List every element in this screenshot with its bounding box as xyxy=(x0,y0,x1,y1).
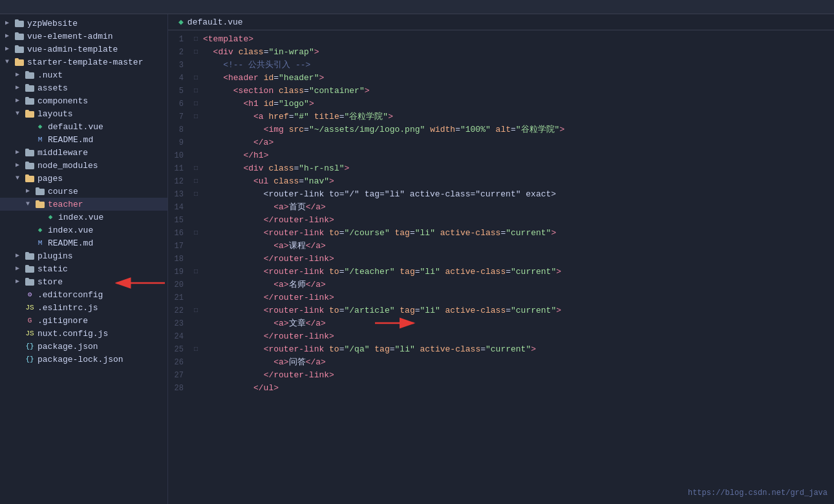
line-fold-indicator[interactable]: □ xyxy=(191,72,200,85)
code-line-25: 25□ <router-link to="/qa" tag="li" activ… xyxy=(168,343,834,356)
sidebar-item-label: package-lock.json xyxy=(37,355,123,364)
folder-icon xyxy=(25,96,35,106)
sidebar-item-vue-admin-template[interactable]: ▶ vue-admin-template xyxy=(0,43,167,56)
sidebar-item-course[interactable]: ▶ course xyxy=(0,185,167,198)
line-number: 4 xyxy=(168,72,191,85)
line-number: 17 xyxy=(168,240,191,253)
sidebar-item-.eslintrc.js[interactable]: JS.eslintrc.js xyxy=(0,301,167,314)
code-area[interactable]: 1□<template>2□ <div class="in-wrap">3 <!… xyxy=(168,30,834,504)
sidebar-item-label: pages xyxy=(37,174,63,184)
line-fold-indicator[interactable]: □ xyxy=(191,175,200,188)
line-number: 16 xyxy=(168,227,191,240)
sidebar-item-teacher[interactable]: ▼ teacher xyxy=(0,198,167,211)
line-fold-indicator[interactable]: □ xyxy=(191,266,200,278)
file-icon: ◆ xyxy=(35,121,45,132)
line-content: <router-link to="/course" tag="li" activ… xyxy=(200,227,556,240)
line-content: <router-link to="/qa" tag="li" active-cl… xyxy=(200,343,536,356)
line-content: <a>课程</a> xyxy=(200,240,326,253)
sidebar-item-pages[interactable]: ▼ pages xyxy=(0,172,167,185)
line-number: 6 xyxy=(168,98,191,110)
code-line-20: 20 <a>名师</a> xyxy=(168,278,834,291)
code-line-28: 28 </ul> xyxy=(168,382,834,395)
sidebar-item-README.md-pages[interactable]: MREADME.md xyxy=(0,236,167,249)
sidebar-item-label: default.vue xyxy=(48,122,103,132)
code-line-5: 5□ <section class="container"> xyxy=(168,85,834,98)
sidebar-item-vue-element-admin[interactable]: ▶ vue-element-admin xyxy=(0,30,167,43)
sidebar-item-plugins[interactable]: ▶ plugins xyxy=(0,249,167,262)
file-icon: M xyxy=(35,134,45,145)
file-icon: ◆ xyxy=(35,225,45,235)
sidebar-item-label: node_modules xyxy=(37,161,98,171)
line-number: 14 xyxy=(168,201,191,214)
folder-icon xyxy=(25,83,35,93)
code-line-8: 8 <img src="~/assets/img/logo.png" width… xyxy=(168,123,834,136)
line-fold-indicator[interactable]: □ xyxy=(191,227,200,240)
folder-icon xyxy=(25,251,35,261)
folder-icon xyxy=(25,173,35,184)
sidebar-item-starter-template-master[interactable]: ▼ starter-template-master xyxy=(0,56,167,68)
line-number: 11 xyxy=(168,162,191,175)
sidebar-item-default.vue[interactable]: ◆default.vue xyxy=(0,120,167,133)
sidebar-item-index.vue-teacher[interactable]: ◆index.vue xyxy=(0,211,167,224)
folder-icon xyxy=(25,109,35,119)
sidebar-item-package-lock.json[interactable]: {}package-lock.json xyxy=(0,353,167,366)
line-number: 7 xyxy=(168,110,191,123)
sidebar-item-middleware[interactable]: ▶ middleware xyxy=(0,146,167,159)
sidebar-item-label: .editorconfig xyxy=(37,290,103,300)
sidebar-item-layouts[interactable]: ▼ layouts xyxy=(0,107,167,120)
editor-tab[interactable]: ◆ default.vue xyxy=(168,14,834,30)
line-number: 25 xyxy=(168,343,191,356)
sidebar-item-node_modules[interactable]: ▶ node_modules xyxy=(0,159,167,172)
chevron-icon: ▶ xyxy=(26,187,34,195)
line-fold-indicator[interactable]: □ xyxy=(191,46,200,59)
file-icon: G xyxy=(25,315,35,326)
chevron-icon: ▶ xyxy=(16,149,23,156)
chevron-icon: ▶ xyxy=(16,71,23,79)
sidebar-item-store[interactable]: ▶ store xyxy=(0,275,167,288)
line-number: 26 xyxy=(168,356,191,369)
sidebar-item-static[interactable]: ▶ static xyxy=(0,262,167,275)
sidebar: ▶ yzpWebsite▶ vue-element-admin▶ vue-adm… xyxy=(0,14,168,504)
sidebar-item-.editorconfig[interactable]: ⚙.editorconfig xyxy=(0,288,167,301)
line-content: <a>文章</a> xyxy=(200,317,326,330)
line-fold-indicator[interactable]: □ xyxy=(191,110,200,123)
line-fold-indicator[interactable]: □ xyxy=(191,343,200,356)
line-content: <div class="h-r-nsl"> xyxy=(200,162,349,175)
chevron-icon: ▶ xyxy=(5,45,13,53)
sidebar-item-components[interactable]: ▶ components xyxy=(0,94,167,107)
line-fold-indicator[interactable]: □ xyxy=(191,98,200,110)
sidebar-item-package.json[interactable]: {}package.json xyxy=(0,340,167,353)
line-fold-indicator[interactable]: □ xyxy=(191,85,200,98)
sidebar-item-label: starter-template-master xyxy=(27,58,143,67)
sidebar-item-label: yzpWebsite xyxy=(27,19,78,28)
sidebar-item-index.vue-pages[interactable]: ◆index.vue xyxy=(0,224,167,236)
folder-icon xyxy=(14,31,25,41)
folder-icon xyxy=(14,18,25,28)
sidebar-item-.gitignore[interactable]: G.gitignore xyxy=(0,314,167,327)
folder-icon xyxy=(35,186,45,196)
line-fold-indicator[interactable]: □ xyxy=(191,304,200,317)
sidebar-item-label: .nuxt xyxy=(37,70,63,80)
code-line-1: 1□<template> xyxy=(168,33,834,46)
line-content: </router-link> xyxy=(200,369,334,382)
line-content: <!-- 公共头引入 --> xyxy=(200,59,310,72)
chevron-icon: ▶ xyxy=(16,278,23,286)
line-fold-indicator[interactable]: □ xyxy=(191,33,200,46)
line-fold-indicator[interactable]: □ xyxy=(191,188,200,201)
vue-file-icon: ◆ xyxy=(178,17,184,27)
sidebar-item-nuxt[interactable]: ▶ .nuxt xyxy=(0,68,167,81)
chevron-icon: ▶ xyxy=(5,32,13,40)
sidebar-item-nuxt.config.js[interactable]: JSnuxt.config.js xyxy=(0,327,167,340)
sidebar-item-README.md[interactable]: MREADME.md xyxy=(0,133,167,146)
code-line-15: 15 </router-link> xyxy=(168,214,834,227)
code-line-11: 11□ <div class="h-r-nsl"> xyxy=(168,162,834,175)
sidebar-item-label: assets xyxy=(37,83,68,93)
sidebar-item-yzpWebsite[interactable]: ▶ yzpWebsite xyxy=(0,17,167,30)
folder-icon xyxy=(14,57,25,67)
file-icon: {} xyxy=(25,354,35,364)
file-icon: ◆ xyxy=(45,212,56,222)
sidebar-item-assets[interactable]: ▶ assets xyxy=(0,81,167,94)
chevron-icon: ▶ xyxy=(5,19,13,27)
code-line-13: 13□ <router-link to="/" tag="li" active-… xyxy=(168,188,834,201)
line-fold-indicator[interactable]: □ xyxy=(191,162,200,175)
